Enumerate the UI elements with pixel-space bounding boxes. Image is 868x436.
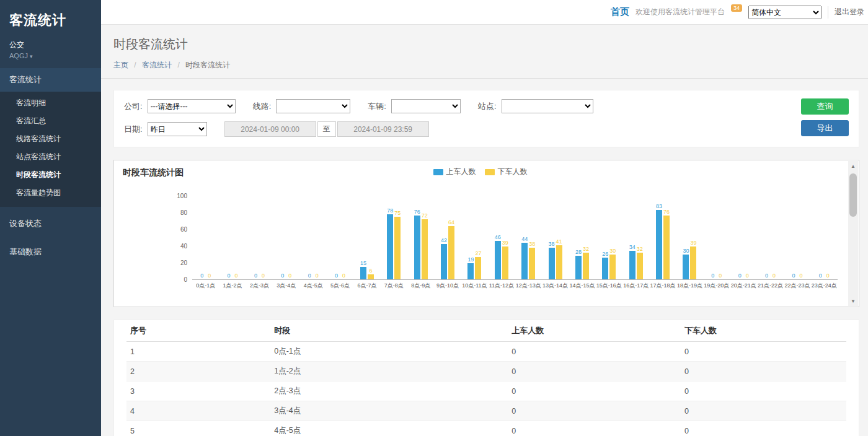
table-row: 10点-1点00	[126, 342, 846, 362]
main-area: 首页 欢迎使用客流统计管理平台 34 简体中文 退出登录 时段客流统计 主页 /…	[101, 0, 868, 436]
bar	[368, 274, 374, 279]
table-row: 54点-5点00	[126, 421, 846, 436]
bar-group: 1927	[461, 196, 488, 279]
breadcrumb-current: 时段客流统计	[185, 61, 230, 69]
home-link[interactable]: 首页	[611, 6, 629, 18]
chart-xaxis: 0点-1点1点-2点2点-3点3点-4点4点-5点5点-6点6点-7点7点-8点…	[123, 282, 838, 290]
logout-link[interactable]: 退出登录	[835, 7, 864, 17]
bar	[495, 241, 501, 279]
page-head: 时段客流统计 主页 / 客流统计 / 时段客流统计	[101, 25, 868, 79]
bar	[521, 243, 528, 279]
station-select[interactable]	[502, 99, 593, 113]
org-selector[interactable]: AQGJ▾	[0, 50, 101, 68]
scrollbar-thumb[interactable]	[849, 173, 857, 217]
query-button[interactable]: 查询	[801, 98, 849, 115]
bar-group: 00	[811, 196, 838, 279]
bar	[441, 244, 447, 279]
station-label: 站点:	[478, 101, 497, 112]
bar-group: 4438	[515, 196, 542, 279]
bar-group: 00	[784, 196, 810, 279]
legend-swatch	[485, 169, 495, 175]
breadcrumb-section[interactable]: 客流统计	[142, 61, 172, 69]
table-header-cell: 时段	[270, 320, 508, 342]
bar-group: 8376	[649, 196, 676, 279]
bar-group: 7875	[381, 196, 407, 279]
bar-group: 00	[219, 196, 246, 279]
bar	[475, 257, 481, 279]
bar-group: 00	[273, 196, 299, 279]
scroll-up-icon[interactable]: ▲	[848, 161, 858, 171]
breadcrumb-home[interactable]: 主页	[113, 61, 128, 69]
chart-yaxis: 020406080100	[170, 196, 192, 280]
company-label: 公司:	[124, 101, 143, 112]
chart-title: 时段车流统计图	[123, 167, 184, 177]
chart-scrollbar: ▲ ▼	[848, 161, 858, 306]
company-select[interactable]: ---请选择---	[148, 99, 236, 113]
sidebar-item-passenger-stats[interactable]: 客流统计	[0, 68, 101, 92]
legend-item[interactable]: 下车人数	[485, 167, 528, 177]
vehicle-label: 车辆:	[368, 101, 386, 112]
chevron-down-icon: ▾	[30, 53, 33, 59]
sidebar-item-base-data[interactable]: 基础数据	[0, 240, 101, 264]
page-title: 时段客流统计	[113, 36, 856, 53]
breadcrumb: 主页 / 客流统计 / 时段客流统计	[113, 60, 856, 71]
date-start-input[interactable]	[224, 121, 316, 137]
bar-group: 2832	[569, 196, 595, 279]
app-brand: 客流统计	[0, 0, 101, 32]
bar-group: 7672	[407, 196, 434, 279]
sidebar: 客流统计 公交 AQGJ▾ 客流统计 客流明细客流汇总线路客流统计站点客流统计时…	[0, 0, 101, 436]
topbar: 首页 欢迎使用客流统计管理平台 34 简体中文 退出登录	[101, 0, 868, 25]
scrollbar-track[interactable]	[848, 171, 858, 296]
table-head-row: 序号时段上车人数下车人数	[126, 320, 846, 342]
bar-group: 3841	[542, 196, 569, 279]
table-row: 43点-4点00	[126, 401, 846, 421]
sidebar-subitem[interactable]: 客流汇总	[0, 112, 101, 130]
line-select[interactable]	[276, 99, 350, 113]
date-end-input[interactable]	[337, 121, 429, 137]
bar	[549, 248, 555, 279]
legend-item[interactable]: 上车人数	[433, 167, 476, 177]
bar-group: 00	[327, 196, 353, 279]
bar-group: 4639	[488, 196, 515, 279]
date-label: 日期:	[124, 124, 143, 135]
bar	[360, 267, 366, 279]
bar	[683, 255, 689, 280]
line-label: 线路:	[253, 101, 272, 112]
date-preset-select[interactable]: 昨日	[148, 122, 207, 136]
welcome-text: 欢迎使用客流统计管理平台	[636, 7, 725, 17]
sidebar-subitem[interactable]: 线路客流统计	[0, 130, 101, 148]
vehicle-select[interactable]	[391, 99, 461, 113]
bar	[556, 245, 562, 279]
sidebar-subitem[interactable]: 客流明细	[0, 94, 101, 112]
bar-group: 156	[353, 196, 380, 279]
export-button[interactable]: 导出	[801, 120, 849, 136]
bar-group: 00	[730, 196, 757, 279]
bar	[502, 246, 508, 279]
table-row: 32点-3点00	[126, 381, 846, 401]
bar-group: 00	[757, 196, 784, 279]
date-to-label: 至	[317, 121, 336, 137]
bar-group: 2630	[596, 196, 622, 279]
bar	[690, 246, 696, 279]
notification-badge: 34	[731, 4, 742, 12]
bar-group: 4264	[434, 196, 461, 279]
bar	[609, 255, 616, 280]
table-row: 21点-2点00	[126, 362, 846, 381]
bar-group: 00	[246, 196, 273, 279]
sidebar-item-device-status[interactable]: 设备状态	[0, 212, 101, 235]
bar	[602, 258, 608, 279]
sidebar-subitem[interactable]: 时段客流统计	[0, 166, 101, 184]
sidebar-subitem[interactable]: 客流量趋势图	[0, 184, 101, 202]
sidebar-subitem[interactable]: 站点客流统计	[0, 148, 101, 166]
legend-swatch	[433, 169, 443, 175]
bar-group: 00	[703, 196, 730, 279]
scroll-down-icon[interactable]: ▼	[848, 296, 858, 306]
bar	[583, 253, 589, 279]
filter-panel: 公司: ---请选择--- 线路: 车辆: 站点:	[113, 90, 859, 147]
sidebar-nav: 客流统计 客流明细客流汇总线路客流统计站点客流统计时段客流统计客流量趋势图 设备…	[0, 68, 101, 264]
org-name: 公交	[0, 32, 101, 50]
bar	[629, 251, 636, 279]
content: 公司: ---请选择--- 线路: 车辆: 站点:	[101, 79, 868, 436]
sidebar-submenu: 客流明细客流汇总线路客流统计站点客流统计时段客流统计客流量趋势图	[0, 92, 101, 207]
language-select[interactable]: 简体中文	[748, 6, 822, 19]
